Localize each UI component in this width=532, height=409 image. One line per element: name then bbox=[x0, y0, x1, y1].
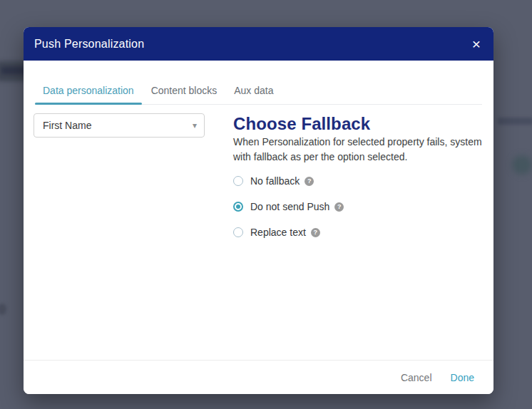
dialog-header: Push Personalization × bbox=[24, 27, 493, 61]
tab-aux-data[interactable]: Aux data bbox=[226, 85, 281, 104]
radio-unselected-icon[interactable] bbox=[233, 176, 243, 186]
background-bleed-dot bbox=[0, 304, 6, 315]
dialog-body: Data personalization Content blocks Aux … bbox=[24, 61, 493, 360]
property-dropdown-value: First Name bbox=[43, 120, 91, 131]
fallback-description-line: with fallback as per the option selected… bbox=[233, 150, 482, 165]
property-column: First Name ▾ bbox=[34, 113, 205, 360]
radio-unselected-icon[interactable] bbox=[233, 227, 243, 237]
dialog-footer: Cancel Done bbox=[24, 360, 493, 394]
done-button[interactable]: Done bbox=[451, 369, 474, 386]
tab-bar: Data personalization Content blocks Aux … bbox=[35, 61, 482, 105]
option-label: Replace text bbox=[250, 227, 306, 238]
tab-content-blocks[interactable]: Content blocks bbox=[143, 85, 225, 104]
property-dropdown[interactable]: First Name ▾ bbox=[34, 113, 205, 138]
option-label: Do not send Push bbox=[250, 201, 329, 212]
help-icon[interactable]: ? bbox=[311, 228, 320, 237]
dialog-content: First Name ▾ Choose Fallback When Person… bbox=[24, 105, 493, 360]
background-bleed-button bbox=[512, 155, 532, 175]
fallback-description-line: When Personalization for selected proper… bbox=[233, 135, 482, 150]
chevron-down-icon: ▾ bbox=[193, 121, 197, 130]
option-replace-text[interactable]: Replace text ? bbox=[233, 226, 482, 239]
close-button[interactable]: × bbox=[468, 36, 485, 51]
fallback-description: When Personalization for selected proper… bbox=[233, 135, 482, 165]
option-label: No fallback bbox=[250, 175, 300, 187]
dialog-title: Push Personalization bbox=[34, 38, 144, 51]
push-personalization-dialog: Push Personalization × Data personalizat… bbox=[24, 27, 493, 394]
help-icon[interactable]: ? bbox=[334, 202, 344, 212]
help-icon[interactable]: ? bbox=[305, 177, 314, 186]
close-icon: × bbox=[472, 36, 481, 51]
option-do-not-send-push[interactable]: Do not send Push ? bbox=[233, 200, 482, 213]
option-no-fallback[interactable]: No fallback ? bbox=[233, 175, 482, 187]
fallback-options: No fallback ? Do not send Push ? Replace… bbox=[233, 175, 482, 239]
fallback-heading: Choose Fallback bbox=[233, 113, 482, 135]
tab-data-personalization[interactable]: Data personalization bbox=[35, 85, 142, 104]
background-bleed-right bbox=[498, 118, 532, 125]
fallback-column: Choose Fallback When Personalization for… bbox=[233, 113, 482, 360]
cancel-button[interactable]: Cancel bbox=[401, 369, 432, 386]
radio-selected-icon[interactable] bbox=[233, 202, 243, 212]
